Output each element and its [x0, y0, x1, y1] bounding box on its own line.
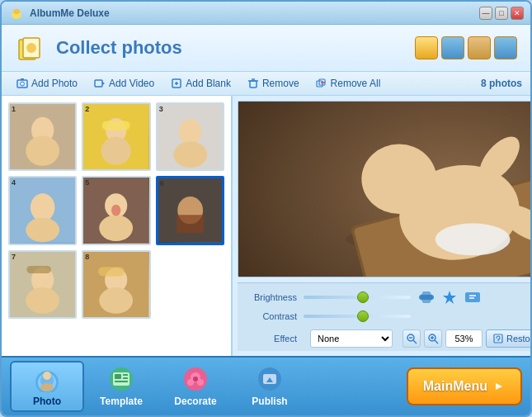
photo-thumb-8[interactable]: 8 — [82, 250, 150, 319]
app-window: AlbumMe Deluxe — □ ✕ Collect photos — [0, 0, 532, 417]
svg-marker-91 — [496, 383, 502, 390]
photos-count: 8 photos — [481, 78, 522, 89]
svg-line-67 — [435, 340, 438, 344]
photo-thumb-2[interactable]: 2 — [82, 102, 150, 171]
photo-nav-icon — [34, 366, 60, 392]
nav-tab-photo[interactable]: Photo — [10, 361, 84, 412]
grid-icon-btn[interactable] — [441, 36, 464, 59]
svg-marker-59 — [443, 291, 456, 304]
app-logo — [8, 5, 25, 21]
thumb-img-2 — [83, 104, 148, 169]
brightness-track[interactable] — [304, 296, 411, 299]
brightness-icons — [417, 288, 482, 306]
svg-point-29 — [173, 141, 207, 168]
effect-row: Effect None Grayscale Sepia — [242, 326, 530, 348]
brightness-thumb[interactable] — [357, 291, 369, 303]
controls-wrapper: Brightness — [242, 288, 530, 348]
photo-thumb-4[interactable]: 4 — [8, 176, 77, 244]
page-title: Collect photos — [56, 37, 182, 59]
photo-nav-label: Photo — [33, 396, 61, 407]
zoom-input[interactable]: 53% — [445, 329, 483, 348]
preview-panel: Brightness — [233, 96, 530, 356]
svg-point-32 — [26, 218, 59, 242]
add-photo-icon — [16, 78, 28, 89]
main-menu-button[interactable]: MainMenu — [407, 367, 522, 405]
thumb-img-1 — [10, 104, 75, 169]
contrast-thumb[interactable] — [357, 310, 369, 322]
folder-icon-btn[interactable] — [415, 36, 438, 59]
svg-point-31 — [31, 194, 54, 222]
svg-point-75 — [40, 383, 54, 391]
svg-point-5 — [26, 43, 36, 53]
thumb-num-2: 2 — [85, 105, 89, 113]
thumb-num-3: 3 — [159, 105, 163, 113]
publish-nav-icon — [257, 366, 283, 392]
svg-rect-80 — [123, 377, 128, 379]
thumb-img-6 — [158, 178, 222, 242]
maximize-button[interactable]: □ — [495, 7, 508, 20]
thumb-num-6: 6 — [160, 179, 164, 187]
svg-point-1 — [13, 9, 20, 14]
add-video-button[interactable]: Add Video — [87, 75, 161, 92]
svg-rect-47 — [98, 267, 125, 276]
contrast-track[interactable] — [304, 315, 411, 318]
svg-rect-78 — [115, 374, 121, 379]
app-title: AlbumMe Deluxe — [30, 7, 479, 19]
nav-tab-template[interactable]: Template — [84, 361, 158, 412]
zoom-in-button[interactable] — [424, 329, 442, 348]
photo-thumb-1[interactable]: 1 — [8, 102, 77, 171]
thumb-num-1: 1 — [12, 105, 16, 113]
effect-select[interactable]: None Grayscale Sepia — [310, 329, 393, 348]
svg-point-85 — [197, 379, 204, 386]
main-content: 1 2 3 — [2, 96, 530, 356]
nav-tab-decorate[interactable]: Decorate — [158, 361, 233, 412]
svg-point-86 — [193, 377, 198, 381]
restore-icon — [493, 334, 503, 344]
remove-all-button[interactable]: Remove All — [309, 75, 388, 92]
decorate-nav-icon — [182, 366, 209, 392]
zoom-out-button[interactable] — [403, 329, 421, 348]
preview-image — [238, 101, 530, 277]
add-video-icon — [94, 78, 106, 89]
effect-label: Effect — [246, 334, 304, 344]
svg-rect-14 — [250, 81, 257, 88]
main-toolbar: Add Photo Add Video Add Blank Remove — [2, 72, 530, 96]
svg-point-36 — [111, 205, 120, 216]
window-controls: — □ ✕ — [479, 7, 524, 20]
svg-rect-6 — [17, 80, 27, 88]
svg-point-22 — [26, 136, 59, 166]
svg-rect-79 — [123, 374, 128, 376]
close-button[interactable]: ✕ — [511, 7, 524, 20]
thumb-img-7 — [10, 252, 75, 317]
help-icon-btn[interactable] — [494, 36, 517, 59]
photo-thumb-3[interactable]: 3 — [156, 102, 224, 171]
remove-button[interactable]: Remove — [241, 75, 306, 92]
thumb-img-5 — [83, 178, 148, 243]
brightness-icon-3[interactable] — [464, 288, 482, 306]
zoom-controls: 53% Restore — [403, 329, 530, 348]
header-actions — [415, 36, 517, 59]
restore-button[interactable]: Restore — [486, 329, 530, 348]
thumb-num-5: 5 — [85, 178, 89, 187]
bottom-navigation: Photo Template — [2, 356, 530, 415]
photo-thumb-7[interactable]: 7 — [8, 250, 77, 319]
user-icon-btn[interactable] — [468, 36, 491, 59]
svg-point-42 — [26, 287, 59, 314]
svg-point-28 — [179, 119, 201, 145]
brightness-icon-1[interactable] — [417, 288, 435, 306]
svg-rect-81 — [115, 381, 128, 382]
add-photo-button[interactable]: Add Photo — [10, 75, 84, 92]
photo-thumb-5[interactable]: 5 — [82, 176, 150, 244]
svg-rect-26 — [102, 121, 130, 130]
nav-tabs: Photo Template — [10, 361, 407, 412]
brightness-icon-2[interactable] — [440, 288, 459, 306]
nav-tab-publish[interactable]: Publish — [233, 361, 307, 412]
remove-all-icon — [316, 78, 327, 89]
svg-line-64 — [413, 340, 417, 344]
svg-point-35 — [100, 216, 134, 242]
photo-thumb-6[interactable]: 6 — [156, 176, 224, 244]
add-blank-button[interactable]: Add Blank — [164, 75, 238, 92]
minimize-button[interactable]: — — [479, 7, 492, 20]
remove-icon — [247, 78, 259, 89]
svg-point-46 — [100, 287, 134, 314]
